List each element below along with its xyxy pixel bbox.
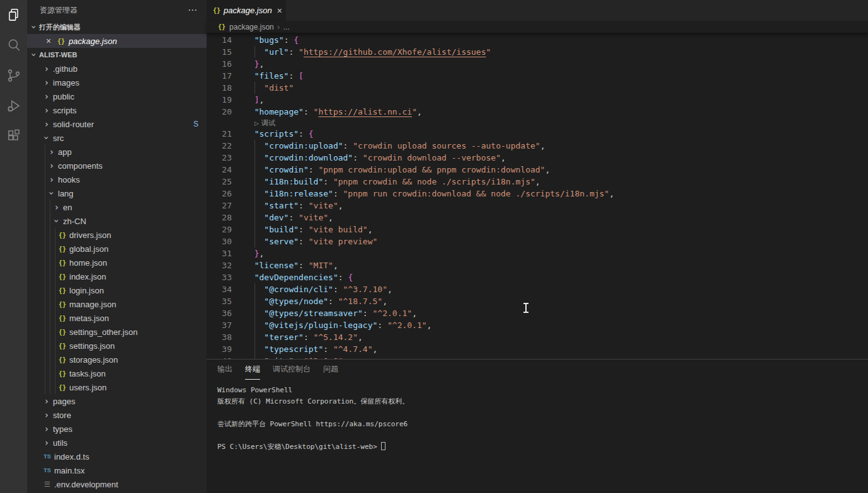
tree-item-main.tsx[interactable]: TSmain.tsx [27, 463, 207, 477]
chevron-right-icon: › [42, 411, 51, 419]
json-icon: {} [57, 315, 67, 322]
tree-item-label: drivers.json [69, 230, 111, 240]
tree-item-app[interactable]: ›app [27, 145, 207, 159]
code-line-31[interactable]: 31 }, [207, 247, 868, 259]
tree-item-components[interactable]: ›components [27, 159, 207, 173]
tree-item-zh-CN[interactable]: ›zh-CN [27, 214, 207, 228]
tree-item-tasks.json[interactable]: {}tasks.json [27, 366, 207, 380]
tree-item-label: storages.json [69, 355, 118, 365]
code-line-36[interactable]: 36 "@types/streamsaver": "^2.0.1", [207, 307, 868, 319]
tree-item-.github[interactable]: ›.github [27, 62, 207, 76]
code-line-32[interactable]: 32 "license": "MIT", [207, 259, 868, 271]
code-line-37[interactable]: 37 "@vitejs/plugin-legacy": "^2.0.1", [207, 319, 868, 331]
json-icon: {} [57, 273, 67, 280]
tree-item-manage.json[interactable]: {}manage.json [27, 297, 207, 311]
terminal[interactable]: Windows PowerShell版权所有 (C) Microsoft Cor… [207, 380, 868, 453]
code-line-19[interactable]: 19 ], [207, 94, 868, 106]
line-number: 23 [207, 152, 232, 164]
panel-tab-输出[interactable]: 输出 [217, 360, 232, 380]
code-line-25[interactable]: 25 "i18n:build": "pnpm crowdin && node .… [207, 176, 868, 188]
tree-item-public[interactable]: ›public [27, 89, 207, 103]
chevron-right-icon: › [47, 175, 56, 184]
code-line-16[interactable]: 16 }, [207, 58, 868, 70]
tree-item-global.json[interactable]: {}global.json [27, 242, 207, 256]
vscode-window: 资源管理器 ⋯ › 打开的编辑器 × {} package.json › ALI… [0, 0, 868, 493]
explorer-icon[interactable] [0, 0, 27, 30]
open-editor-package-json[interactable]: × {} package.json [27, 34, 207, 48]
tree-item-storages.json[interactable]: {}storages.json [27, 353, 207, 366]
panel-tab-调试控制台[interactable]: 调试控制台 [273, 360, 311, 380]
file-tree: ›.github›images›public›scripts›solid-rou… [27, 62, 207, 491]
close-icon[interactable]: × [46, 36, 56, 46]
breadcrumb[interactable]: {} package.json › ... [207, 21, 868, 33]
tree-item-utils[interactable]: ›utils [27, 436, 207, 450]
line-number: 28 [207, 212, 232, 224]
git-submodule-badge: S [193, 120, 198, 128]
terminal-line: 尝试新的跨平台 PowerShell https://aka.ms/pscore… [217, 419, 868, 430]
code-line-38[interactable]: 38 "terser": "^5.14.2", [207, 331, 868, 343]
tree-item-pages[interactable]: ›pages [27, 394, 207, 408]
tree-item-store[interactable]: ›store [27, 408, 207, 422]
tree-item-label: types [53, 424, 72, 434]
code-line-26[interactable]: 26 "i18n:release": "pnpm run crowdin:dow… [207, 188, 868, 200]
open-editors-section[interactable]: › 打开的编辑器 [27, 20, 207, 34]
code-line-27[interactable]: 27 "start": "vite", [207, 200, 868, 212]
tree-item-label: solid-router [53, 120, 94, 129]
panel-tab-终端[interactable]: 终端 [245, 360, 260, 380]
tree-item-drivers.json[interactable]: {}drivers.json [27, 228, 207, 242]
code-line-34[interactable]: 34 "@crowdin/cli": "^3.7.10", [207, 283, 868, 295]
project-root-section[interactable]: › ALIST-WEB [27, 48, 207, 62]
code-line-30[interactable]: 30 "serve": "vite preview" [207, 235, 868, 247]
tree-item-solid-router[interactable]: ›solid-routerS [27, 117, 207, 131]
tree-item-users.json[interactable]: {}users.json [27, 380, 207, 394]
tree-item-index.d.ts[interactable]: TSindex.d.ts [27, 450, 207, 463]
tree-item-label: hooks [58, 175, 80, 184]
code-line-21[interactable]: 21 "scripts": { [207, 128, 868, 140]
tree-item-en[interactable]: ›en [27, 200, 207, 214]
debug-codelens[interactable]: ▷调试 [207, 118, 868, 128]
tree-item-types[interactable]: ›types [27, 422, 207, 436]
line-number: 32 [207, 259, 232, 271]
code-line-20[interactable]: 20 "homepage": "https://alist.nn.ci", [207, 106, 868, 118]
code-line-23[interactable]: 23 "crowdin:download": "crowdin download… [207, 152, 868, 164]
code-line-39[interactable]: 39 "typescript": "^4.7.4", [207, 343, 868, 355]
tree-item-settings.json[interactable]: {}settings.json [27, 339, 207, 353]
tree-item-images[interactable]: ›images [27, 76, 207, 89]
code-line-18[interactable]: 18 "dist" [207, 82, 868, 94]
code-line-14[interactable]: 14 "bugs": { [207, 34, 868, 46]
terminal-cursor [381, 442, 385, 450]
breadcrumb-separator-icon: › [277, 23, 280, 31]
tree-item-label: store [53, 411, 71, 420]
code-line-28[interactable]: 28 "dev": "vite", [207, 212, 868, 224]
extensions-icon[interactable] [0, 121, 27, 151]
tree-item-scripts[interactable]: ›scripts [27, 103, 207, 117]
close-icon[interactable]: × [277, 6, 282, 16]
tree-item-index.json[interactable]: {}index.json [27, 269, 207, 283]
tree-item-src[interactable]: ›src [27, 131, 207, 145]
tree-item-hooks[interactable]: ›hooks [27, 173, 207, 186]
tree-item-settings_other.json[interactable]: {}settings_other.json [27, 325, 207, 339]
tree-item-lang[interactable]: ›lang [27, 186, 207, 200]
code-line-15[interactable]: 15 "url": "https://github.com/Xhofe/alis… [207, 46, 868, 58]
code-line-29[interactable]: 29 "build": "vite build", [207, 224, 868, 235]
tree-item-.env.development[interactable]: ☰.env.development [27, 477, 207, 491]
panel-tab-问题[interactable]: 问题 [323, 360, 338, 380]
tree-item-home.json[interactable]: {}home.json [27, 256, 207, 269]
tab-package-json[interactable]: {} package.json × [207, 0, 286, 21]
code-line-33[interactable]: 33 "devDependencies": { [207, 271, 868, 283]
json-icon: {} [218, 23, 226, 30]
source-control-icon[interactable] [0, 60, 27, 91]
code-line-35[interactable]: 35 "@types/node": "^18.7.5", [207, 295, 868, 307]
code-line-17[interactable]: 17 "files": [ [207, 70, 868, 82]
chevron-right-icon: › [42, 438, 51, 447]
sidebar-title: 资源管理器 [40, 5, 77, 16]
search-icon[interactable] [0, 30, 27, 60]
chevron-right-icon: › [42, 64, 51, 73]
code-line-24[interactable]: 24 "crowdin": "pnpm crowdin:upload && pn… [207, 164, 868, 176]
code-line-22[interactable]: 22 "crowdin:upload": "crowdin upload sou… [207, 140, 868, 152]
code-editor[interactable]: 13 ],14 "bugs": {15 "url": "https://gith… [207, 33, 868, 359]
tree-item-metas.json[interactable]: {}metas.json [27, 311, 207, 325]
run-and-debug-icon[interactable] [0, 91, 27, 121]
more-actions-icon[interactable]: ⋯ [188, 4, 198, 16]
tree-item-login.json[interactable]: {}login.json [27, 283, 207, 297]
